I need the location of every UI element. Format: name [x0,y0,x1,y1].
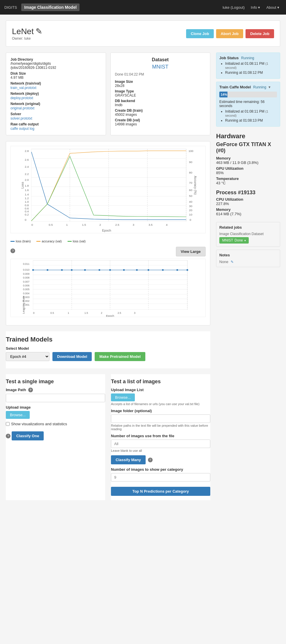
gpu-util-value: 85% [216,171,280,175]
model-select[interactable]: Epoch #4 [6,352,50,361]
related-jobs-title: Related jobs [219,225,277,230]
svg-text:2: 2 [99,223,101,226]
network-deploy-link[interactable]: deploy.prototxt [10,96,33,100]
train-caffe-panel: Train Caffe Model Running ▾ 14% Estimate… [216,82,280,127]
image-size-value: 28x28 [115,84,206,88]
single-browse-button[interactable]: Browse... [6,411,30,419]
image-folder-group: Image folder (optional) Relative paths i… [111,409,210,431]
classify-many-button[interactable]: Classify Many [111,455,146,464]
network-train-link[interactable]: train_val.prototxt [10,86,36,90]
brand-logo: DIGITS [4,5,17,10]
temperature-label: Temperature [216,176,280,181]
image-size-label: Image Size [115,80,133,84]
classify-help-icon[interactable]: ? [6,434,10,438]
testing-row: Test a single image Image Path ? Upload … [6,374,210,500]
notes-panel: Notes None ✎ [216,250,280,267]
view-large-button[interactable]: View Large [176,247,206,256]
solver-label: Solver [10,112,21,116]
svg-text:1.5: 1.5 [82,223,86,226]
about-dropdown[interactable]: About [264,4,282,11]
dataset-name-link[interactable]: MNIST [152,64,168,70]
top-n-predictions-button[interactable]: Top N Predictions per Category [111,487,210,496]
classify-one-button[interactable]: Classify One [12,431,44,440]
svg-text:50: 50 [189,194,193,197]
image-folder-input[interactable] [111,414,210,423]
svg-rect-63 [33,260,188,309]
svg-text:40: 40 [189,200,193,203]
svg-text:0.007: 0.007 [23,280,29,283]
right-sidebar: Job Status Running Initialized at 01:08:… [216,52,280,506]
chart-help-icon[interactable]: ? [10,249,15,253]
svg-text:0.004: 0.004 [23,292,29,295]
svg-text:Learning Rate: Learning Rate [22,296,25,314]
download-model-button[interactable]: Download Model [52,352,92,361]
svg-text:30: 30 [189,204,193,208]
svg-rect-26 [31,149,186,221]
svg-point-79 [32,269,34,271]
network-original-link[interactable]: original.prototxt [10,106,34,110]
svg-text:1.2: 1.2 [25,197,29,200]
svg-text:90: 90 [189,160,193,164]
solver-link[interactable]: solver.prototxt [10,116,32,120]
logout-link[interactable]: luke (Logout) [220,4,247,11]
charts-section: 2.8 2.6 2.4 2.2 2.0 1.8 1.6 1.4 1.2 1.0 … [6,141,210,326]
clone-job-button[interactable]: Clone Job [186,29,214,38]
num-per-cat-input[interactable] [111,473,210,482]
abort-job-button[interactable]: Abort Job [216,29,243,38]
db-backend-value: lmdb [115,103,206,107]
process-memory-label: Memory [216,207,280,212]
svg-point-85 [109,269,111,271]
svg-text:2.8: 2.8 [25,149,29,153]
disk-size-label: Disk Size [10,71,26,76]
hardware-title: Hardware [216,132,280,140]
svg-text:80: 80 [189,171,193,174]
num-images-input[interactable] [111,440,210,448]
svg-text:2.4: 2.4 [25,165,29,169]
temperature-value: 43 °C [216,181,280,185]
train-caffe-dropdown-icon[interactable]: ▾ [269,85,271,89]
dataset-panel: Dataset MNIST Done 01:04:22 PM Image Siz… [110,52,211,135]
upload-image-label: Upload image [6,405,105,410]
svg-text:Epoch: Epoch [102,229,111,232]
memory-label: Memory [216,156,280,160]
svg-point-80 [47,269,48,271]
dataset-type-label: Image Classification Dataset [219,232,277,236]
mnist-dropdown-icon: ▾ [244,239,246,242]
gpu-name: GeForce GTX TITAN X (#0) [216,141,280,154]
info-dropdown[interactable]: Info [248,4,262,11]
raw-caffe-link[interactable]: caffe output log [10,127,34,131]
make-pretrained-button[interactable]: Make Pretrained Model [95,352,145,361]
create-db-val-value: 14998 images [115,122,206,126]
page-title: Image Classification Model [21,4,80,11]
owner-label: Owner: [12,36,23,41]
image-path-help-icon[interactable]: ? [28,388,33,392]
hardware-section: Hardware GeForce GTX TITAN X (#0) Memory… [216,132,280,216]
running-text: Running at 01:08:12 PM [225,71,263,75]
image-folder-label: Image folder (optional) [111,409,210,413]
svg-text:0.011: 0.011 [23,262,29,265]
edit-model-icon[interactable]: ✎ [36,27,42,36]
svg-text:2.0: 2.0 [25,178,29,181]
notes-edit-icon[interactable]: ✎ [231,260,234,264]
svg-point-81 [61,269,63,271]
classify-many-help-icon[interactable]: ? [148,458,153,462]
job-status-running: Running [241,56,254,60]
image-path-input[interactable] [6,394,105,402]
create-db-val-label: Create DB (val) [115,118,140,122]
dataset-title: Dataset [115,57,206,62]
svg-text:1.8: 1.8 [25,184,29,187]
list-browse-button[interactable]: Browse... [111,393,135,401]
num-per-cat-label: Number of images to show per category [111,467,210,472]
num-images-label: Number of images use from the file [111,434,210,438]
upload-help-text: Accepts a list of filenames or urls (you… [111,402,210,406]
mnist-badge[interactable]: MNIST Done ▾ [219,237,249,244]
show-viz-checkbox[interactable] [6,422,10,426]
delete-job-button[interactable]: Delete Job [246,29,274,38]
svg-text:0: 0 [31,223,33,226]
job-status-panel: Job Status Running Initialized at 01:08:… [216,52,280,79]
job-directory-value: /home/lyeager/digits/digits/jobs/2016092… [10,62,101,70]
raw-caffe-label: Raw caffe output [10,122,39,126]
action-buttons: Clone Job Abort Job Delete Job [186,29,274,38]
svg-text:0.008: 0.008 [23,276,29,279]
legend-loss-train: loss (train) [10,239,31,243]
